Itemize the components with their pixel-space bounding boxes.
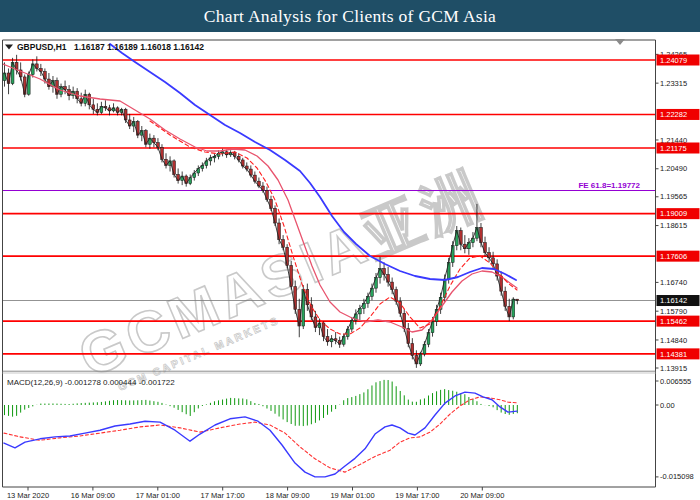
time-tick-label: 16 Mar 09:00 [71,491,115,500]
price-tick-label: 1.14840 [660,336,687,345]
price-tick-label: 1.13915 [660,364,687,373]
watermark: GCMASIA亚洲 GCM CAPITAL MARKETS [69,159,495,393]
time-tick-label: 20 Mar 09:00 [460,491,504,500]
macd-indicator-label: MACD(12,26,9) -0.001278 0.000444 -0.0017… [7,378,175,387]
macd-tick-label: 0.00 [660,401,675,410]
price-badge-label: 1.21175 [660,144,687,153]
chart-window: Chart Analysis for Clients of GCM Asia G… [0,0,700,500]
price-badge-label: 1.24079 [660,56,687,65]
price-tick-label: 1.16740 [660,278,687,287]
price-badge-label: 1.17606 [660,252,687,261]
price-badge-label: 1.19009 [660,209,687,218]
price-tick-label: 1.18615 [660,221,687,230]
price-tick-label: 1.20490 [660,164,687,173]
fibo-extension-label: FE 61.8=1.19772 [578,181,640,190]
chart-shift-marker-icon[interactable] [615,39,625,45]
price-tick-label: 1.19565 [660,192,687,201]
time-tick-label: 18 Mar 09:00 [265,491,309,500]
time-tick-label: 17 Mar 01:00 [136,491,180,500]
page-title: Chart Analysis for Clients of GCM Asia [204,6,496,27]
price-badge-label: 1.15462 [660,317,687,326]
price-tick-label: 1.23315 [660,79,687,88]
macd-tick-label: 0.006555 [660,377,691,386]
price-badge-label: 1.14381 [660,350,687,359]
price-tick-label: 1.15790 [660,307,687,316]
quote-values: 1.16187 1.16189 1.16018 1.16142 [74,42,204,52]
title-bar: Chart Analysis for Clients of GCM Asia [0,0,700,32]
symbol-dropdown-icon[interactable] [5,45,13,50]
macd-tick-label: -0.015098 [660,472,694,481]
time-tick-label: 17 Mar 17:00 [201,491,245,500]
level-lines-layer [3,60,656,354]
price-chart[interactable]: GCMASIA亚洲 GCM CAPITAL MARKETS 1.242651.2… [0,32,700,500]
macd-layer [4,380,517,477]
symbol-label: GBPUSD,H1 [17,42,67,52]
time-tick-label: 19 Mar 17:00 [395,491,439,500]
current-price-label: 1.16142 [660,296,687,305]
time-tick-label: 13 Mar 2020 [7,491,49,500]
time-tick-label: 19 Mar 01:00 [330,491,374,500]
price-badge-label: 1.22282 [660,110,687,119]
